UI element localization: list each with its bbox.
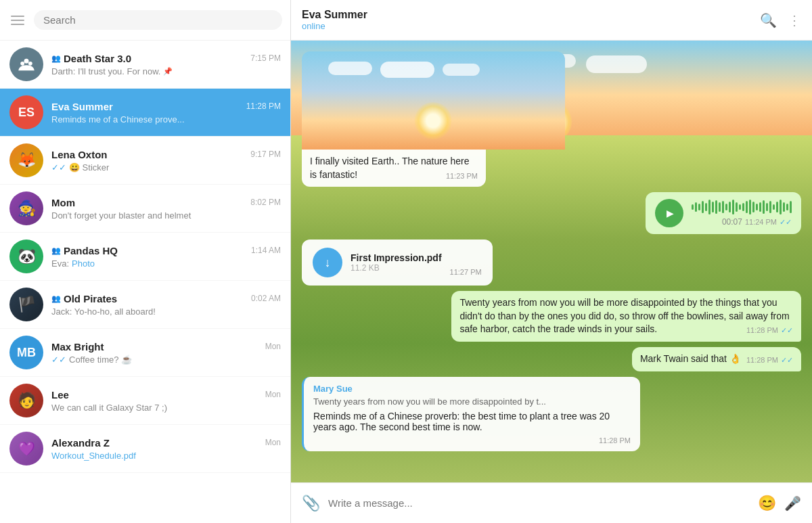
chat-item-lena-oxton[interactable]: 🦊 Lena Oxton 9:17 PM ✓✓ 😀 Sticker (0, 137, 290, 185)
message-3: First Impression.pdf 11.2 KB 11:27 PM (302, 240, 801, 286)
message-input[interactable] (328, 497, 750, 509)
chat-item-mom[interactable]: 🧙 Mom 8:02 PM Don't forget your blaster … (0, 185, 290, 233)
message-text-1: I finally visited Earth.. The nature her… (302, 150, 486, 187)
message-1: I finally visited Earth.. The nature her… (302, 51, 801, 187)
avatar-old-pirates: 🏴 (9, 288, 43, 321)
chat-time-lena-oxton: 9:17 PM (250, 150, 281, 159)
input-bar: 📎 😊 🎤 (291, 482, 812, 523)
voice-waveform (692, 200, 792, 214)
left-panel: 👥 Death Star 3.0 7:15 PM Darth: I'll tru… (0, 0, 291, 523)
chat-preview-lee: We can call it Galaxy Star 7 ;) (51, 403, 281, 413)
chat-info-pandas-hq: 👥 Pandas HQ 1:14 AM Eva: Photo (51, 245, 281, 269)
avatar-lena-oxton: 🦊 (9, 143, 43, 177)
chat-time-lee: Mon (265, 390, 281, 399)
voice-message: 00:07 11:24 PM ✓✓ (646, 192, 801, 234)
chat-name-old-pirates: 👥 Old Pirates (51, 293, 117, 304)
more-options-button[interactable]: ⋮ (788, 12, 801, 28)
message-6: Mary Sue Twenty years from now you will … (302, 377, 801, 451)
chat-preview-mom: Don't forget your blaster and helmet (51, 210, 281, 221)
chat-header-pandas-hq: 👥 Pandas HQ 1:14 AM (51, 245, 281, 256)
avatar-pandas-hq: 🐼 (9, 240, 43, 273)
mic-button[interactable]: 🎤 (784, 495, 801, 511)
message-bubble-5: Mark Twain said that 👌 11:28 PM ✓✓ (632, 347, 801, 371)
search-button[interactable]: 🔍 (760, 12, 777, 28)
chat-name-max-bright: Max Bright (51, 341, 104, 353)
avatar-alexandra-z: 💜 (9, 432, 43, 465)
chat-name-lee: Lee (51, 389, 69, 401)
avatar-death-star (9, 47, 43, 81)
right-panel: Eva Summer online 🔍 ⋮ (291, 0, 812, 523)
chat-name-lena-oxton: Lena Oxton (51, 149, 108, 160)
chat-time-eva-summer: 11:28 PM (246, 101, 281, 111)
message-bubble-4: Twenty years from now you will be more d… (451, 291, 801, 342)
active-chat-status: online (302, 21, 760, 31)
chat-preview-old-pirates: Jack: Yo-ho-ho, all aboard! (51, 306, 281, 317)
chat-time-old-pirates: 0:02 AM (251, 294, 281, 303)
chat-item-death-star[interactable]: 👥 Death Star 3.0 7:15 PM Darth: I'll tru… (0, 41, 290, 89)
play-button[interactable] (655, 199, 683, 227)
chat-name-eva-summer: Eva Summer (51, 101, 113, 112)
chat-item-eva-summer[interactable]: ES Eva Summer 11:28 PM Reminds me of a C… (0, 89, 290, 137)
chat-preview-death-star: Darth: I'll trust you. For now. 📌 (51, 66, 281, 76)
search-bar (0, 0, 290, 41)
chat-info-eva-summer: Eva Summer 11:28 PM Reminds me of a Chin… (51, 101, 281, 124)
chat-info-old-pirates: 👥 Old Pirates 0:02 AM Jack: Yo-ho-ho, al… (51, 293, 281, 317)
chat-item-lee[interactable]: 🧑 Lee Mon We can call it Galaxy Star 7 ;… (0, 377, 290, 425)
chat-header-info: Eva Summer online (302, 9, 760, 31)
chat-header-mom: Mom 8:02 PM (51, 197, 281, 208)
double-check-icon: ✓✓ (51, 162, 66, 173)
chat-header-max-bright: Max Bright Mon (51, 341, 281, 353)
group-icon-pandas: 👥 (51, 246, 61, 255)
avatar-max-bright: MB (9, 336, 43, 369)
chat-item-max-bright[interactable]: MB Max Bright Mon ✓✓ Coffee time? ☕ (0, 329, 290, 377)
chat-header-eva-summer: Eva Summer 11:28 PM (51, 101, 281, 112)
avatar-lee: 🧑 (9, 384, 43, 417)
message-2: 00:07 11:24 PM ✓✓ (302, 192, 801, 234)
chat-preview-max-bright: ✓✓ Coffee time? ☕ (51, 355, 281, 365)
chat-header-old-pirates: 👥 Old Pirates 0:02 AM (51, 293, 281, 304)
chat-name-pandas-hq: 👥 Pandas HQ (51, 245, 118, 256)
chat-info-lena-oxton: Lena Oxton 9:17 PM ✓✓ 😀 Sticker (51, 149, 281, 173)
chat-preview-eva-summer: Reminds me of a Chinese prove... (51, 114, 281, 124)
chat-preview-pandas-hq: Eva: Photo (51, 258, 281, 269)
message-4: Twenty years from now you will be more d… (302, 291, 801, 342)
chat-header-lee: Lee Mon (51, 389, 281, 401)
chat-item-pandas-hq[interactable]: 🐼 👥 Pandas HQ 1:14 AM Eva: Photo (0, 233, 290, 281)
group-icon: 👥 (51, 54, 61, 63)
chat-item-old-pirates[interactable]: 🏴 👥 Old Pirates 0:02 AM Jack: Yo-ho-ho, … (0, 281, 290, 329)
chat-time-alexandra-z: Mon (265, 438, 281, 447)
chat-info-max-bright: Max Bright Mon ✓✓ Coffee time? ☕ (51, 341, 281, 365)
attach-button[interactable]: 📎 (302, 495, 320, 512)
chat-time-mom: 8:02 PM (250, 198, 281, 207)
emoji-button[interactable]: 😊 (758, 495, 776, 512)
chat-item-alexandra-z[interactable]: 💜 Alexandra Z Mon Workout_Shedule.pdf (0, 425, 290, 473)
chat-name-death-star: 👥 Death Star 3.0 (51, 53, 131, 64)
chat-name-mom: Mom (51, 197, 75, 208)
search-input[interactable] (43, 14, 273, 26)
messages-content: I finally visited Earth.. The nature her… (302, 51, 801, 451)
chat-header-alexandra-z: Alexandra Z Mon (51, 437, 281, 449)
double-check-max: ✓✓ (51, 355, 66, 365)
avatar-eva-summer: ES (9, 95, 43, 129)
chat-preview-alexandra-z: Workout_Shedule.pdf (51, 451, 281, 461)
chat-list: 👥 Death Star 3.0 7:15 PM Darth: I'll tru… (0, 41, 290, 523)
chat-time-death-star: 7:15 PM (250, 53, 281, 63)
menu-button[interactable] (8, 13, 27, 28)
svg-point-0 (24, 59, 29, 64)
download-button[interactable] (313, 248, 342, 277)
pin-icon: 📌 (163, 67, 173, 76)
chat-header-death-star: 👥 Death Star 3.0 7:15 PM (51, 53, 281, 64)
chat-preview-lena-oxton: ✓✓ 😀 Sticker (51, 162, 281, 173)
search-input-wrap[interactable] (34, 10, 282, 30)
chat-time-max-bright: Mon (265, 342, 281, 351)
message-5: Mark Twain said that 👌 11:28 PM ✓✓ (302, 347, 801, 371)
chat-info-lee: Lee Mon We can call it Galaxy Star 7 ;) (51, 389, 281, 413)
chat-info-mom: Mom 8:02 PM Don't forget your blaster an… (51, 197, 281, 221)
messages-area: I finally visited Earth.. The nature her… (291, 41, 812, 482)
chat-info-death-star: 👥 Death Star 3.0 7:15 PM Darth: I'll tru… (51, 53, 281, 76)
file-message: First Impression.pdf 11.2 KB 11:27 PM (302, 240, 493, 286)
avatar-mom: 🧙 (9, 191, 43, 225)
header-actions: 🔍 ⋮ (760, 12, 801, 28)
chat-header-bar: Eva Summer online 🔍 ⋮ (291, 0, 812, 41)
chat-time-pandas-hq: 1:14 AM (251, 246, 281, 255)
